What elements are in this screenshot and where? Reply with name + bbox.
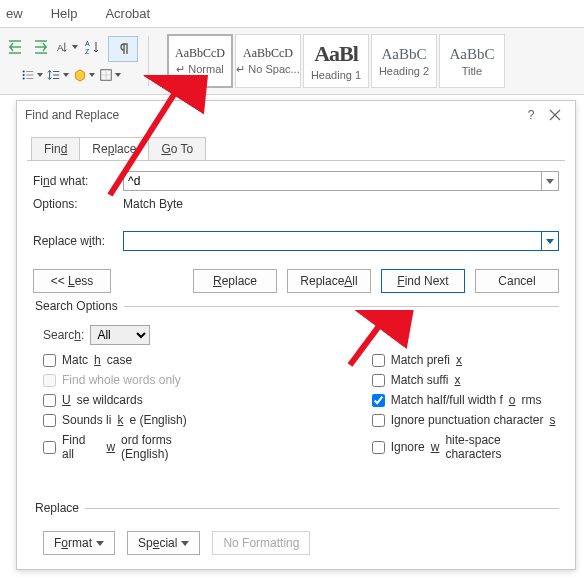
cancel-button[interactable]: Cancel [475,269,559,293]
find-next-button[interactable]: Find Next [381,269,465,293]
style-label: ↵ No Spac... [236,63,299,76]
shading-icon[interactable] [73,64,95,86]
style-preview: AaBbC [450,46,495,63]
whole-words-checkbox: Find whole words only [43,373,222,387]
borders-icon[interactable] [99,64,121,86]
svg-text:A: A [57,42,64,53]
options-left-col: Match case Find whole words only Use wil… [43,353,222,461]
replace-all-button[interactable]: Replace All [287,269,371,293]
replace-with-input[interactable] [123,231,541,251]
match-suffix-checkbox[interactable]: Match suffix [372,373,559,387]
match-case-checkbox[interactable]: Match case [43,353,222,367]
style-label: Title [462,65,482,77]
replace-panel: Find what: Options: Match Byte Replace w… [27,160,565,561]
style-label: ↵ Normal [176,63,224,76]
tab-goto[interactable]: Go To [148,137,206,160]
ribbon-tab-acrobat[interactable]: Acrobat [103,4,152,23]
replace-button[interactable]: Replace [193,269,277,293]
search-direction-label: Search: [43,328,84,342]
bullets-icon[interactable] [21,64,43,86]
ignore-punct-checkbox[interactable]: Ignore punctuation characters [372,413,559,427]
wildcards-checkbox[interactable]: Use wildcards [43,393,222,407]
paragraph-group: A AZ [4,36,138,86]
ribbon-tabs: ew Help Acrobat [0,0,584,28]
find-replace-dialog: Find and Replace ? Find Replace Go To Fi… [16,100,576,570]
replace-with-dropdown-icon[interactable] [541,231,559,251]
style-label: Heading 2 [379,65,429,77]
outdent-icon[interactable] [4,36,26,58]
ribbon-tab-view[interactable]: ew [4,4,25,23]
svg-point-4 [23,74,25,76]
dialog-titlebar: Find and Replace ? [17,101,575,129]
search-options-legend: Search Options [33,299,124,313]
sounds-like-checkbox[interactable]: Sounds like (English) [43,413,222,427]
search-direction-select[interactable]: All [90,325,150,345]
line-spacing-icon[interactable] [47,64,69,86]
show-hide-paragraph-icon[interactable] [108,36,138,62]
style-preview: AaBbCcD [175,46,225,61]
match-prefix-checkbox[interactable]: Match prefix [372,353,559,367]
indent-icon[interactable] [30,36,52,58]
options-right-col: Match prefix Match suffix Match half/ful… [372,353,559,461]
special-button[interactable]: Special [127,531,200,555]
style-label: Heading 1 [311,69,361,81]
no-formatting-button: No Formatting [212,531,310,555]
style-title[interactable]: AaBbC Title [439,34,505,88]
ribbon-tab-help[interactable]: Help [49,4,80,23]
svg-text:Z: Z [85,48,90,55]
svg-text:A: A [85,40,90,47]
replace-with-label: Replace with: [33,234,117,248]
search-options-group: Search Options Search: All Match case Fi… [33,299,559,461]
find-what-combo [123,171,559,191]
style-preview: AaBl [314,41,358,67]
svg-point-5 [23,77,25,79]
style-gallery: AaBbCcD ↵ Normal AaBbCcD ↵ No Spac... Aa… [167,34,505,88]
style-normal[interactable]: AaBbCcD ↵ Normal [167,34,233,88]
options-value: Match Byte [123,197,183,211]
ribbon-separator [148,36,149,86]
find-what-input[interactable] [123,171,541,191]
style-nospacing[interactable]: AaBbCcD ↵ No Spac... [235,34,301,88]
style-heading1[interactable]: AaBl Heading 1 [303,34,369,88]
find-what-label: Find what: [33,174,117,188]
style-preview: AaBbC [382,46,427,63]
less-button[interactable]: << Less [33,269,111,293]
help-icon[interactable]: ? [519,103,543,127]
style-preview: AaBbCcD [243,46,293,61]
tab-find[interactable]: Find [31,137,80,160]
sort-icon[interactable]: AZ [82,36,104,58]
find-what-dropdown-icon[interactable] [541,171,559,191]
format-button[interactable]: Format [43,531,115,555]
options-label: Options: [33,197,117,211]
style-heading2[interactable]: AaBbC Heading 2 [371,34,437,88]
dialog-title: Find and Replace [25,108,119,122]
match-width-checkbox[interactable]: Match half/full width forms [372,393,559,407]
close-icon[interactable] [543,103,567,127]
tab-replace[interactable]: Replace [79,137,149,160]
ribbon: A AZ AaBbCcD ↵ Normal AaBbCcD ↵ No Spac.… [0,28,584,95]
replace-format-legend: Replace [33,501,85,515]
svg-point-3 [23,70,25,72]
text-direction-icon[interactable]: A [56,36,78,58]
ignore-ws-checkbox[interactable]: Ignore white-space characters [372,433,559,461]
dialog-tabs: Find Replace Go To [31,137,567,160]
replace-with-combo [123,231,559,251]
word-forms-checkbox[interactable]: Find all word forms (English) [43,433,222,461]
replace-format-group: Replace Format Special No Formatting [33,501,559,555]
